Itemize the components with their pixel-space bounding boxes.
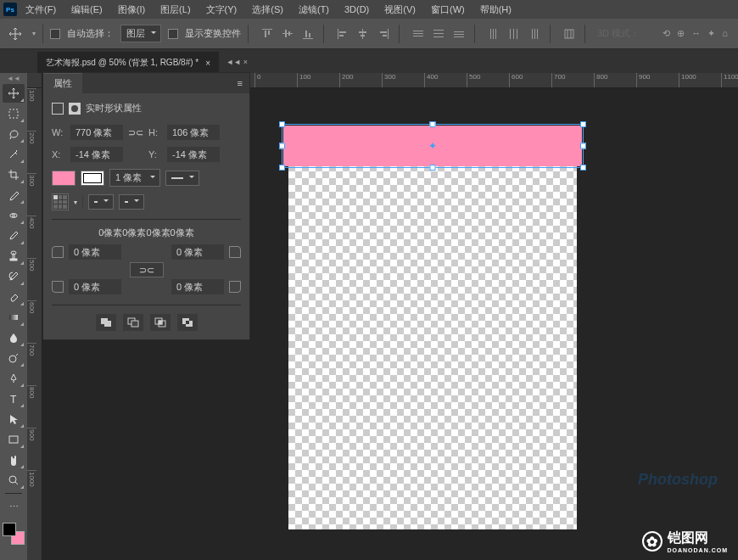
handle-top-mid[interactable] (430, 121, 436, 127)
fill-color-swatch[interactable] (52, 171, 75, 186)
dist-h3-icon[interactable] (450, 25, 467, 42)
pathop-exclude-icon[interactable] (177, 314, 198, 331)
stroke-align-dropdown[interactable] (52, 193, 69, 210)
svg-rect-22 (433, 33, 444, 34)
pathop-intersect-icon[interactable] (150, 314, 171, 331)
handle-mid-left[interactable] (279, 143, 285, 149)
svg-rect-44 (9, 436, 18, 443)
stamp-tool[interactable] (3, 247, 25, 266)
handle-top-right[interactable] (580, 121, 586, 127)
corner-bl-input[interactable] (69, 279, 121, 294)
artboard[interactable]: ✦ (288, 131, 577, 529)
join-type-dropdown[interactable] (119, 194, 144, 210)
menu-window[interactable]: 窗口(W) (424, 2, 472, 18)
pen-tool[interactable] (3, 369, 25, 388)
close-tab-icon[interactable]: × (205, 59, 210, 68)
auto-select-target[interactable]: 图层 (120, 25, 161, 42)
crop-tool[interactable] (3, 165, 25, 184)
marquee-tool[interactable] (3, 104, 25, 123)
zoom-tool[interactable] (3, 471, 25, 490)
dist-v2-icon[interactable] (506, 25, 523, 42)
y-input[interactable] (167, 147, 220, 162)
stroke-style-dropdown[interactable] (165, 171, 199, 186)
handle-bot-left[interactable] (279, 165, 285, 171)
corner-tr-input[interactable] (171, 244, 224, 260)
menu-filter[interactable]: 滤镜(T) (292, 2, 336, 18)
fg-color-swatch[interactable] (3, 523, 16, 536)
dist-v3-icon[interactable] (526, 25, 543, 42)
cap-type-dropdown[interactable] (88, 194, 114, 210)
height-input[interactable] (167, 125, 220, 140)
menu-type[interactable]: 文字(Y) (199, 2, 244, 18)
document-tab[interactable]: 艺术海报.psd @ 50% (背景 1, RGB/8#) * × (37, 52, 219, 73)
dist-v1-icon[interactable] (485, 25, 502, 42)
dist-h1-icon[interactable] (410, 25, 427, 42)
pan-3d-icon[interactable]: ⊕ (677, 28, 685, 39)
properties-tab[interactable]: 属性 (43, 73, 82, 93)
panel-collapse-button[interactable]: ◄◄ × (226, 58, 248, 66)
roll-icon[interactable]: ⌂ (722, 28, 728, 39)
menu-layer[interactable]: 图层(L) (154, 2, 197, 18)
dodge-tool[interactable] (3, 349, 25, 367)
menu-3d[interactable]: 3D(D) (338, 3, 376, 16)
y-label: Y: (148, 149, 162, 160)
shape-tool[interactable] (3, 430, 25, 449)
eraser-tool[interactable] (3, 288, 25, 306)
type-tool[interactable]: T (3, 389, 25, 408)
pathop-combine-icon[interactable] (96, 314, 116, 331)
healing-tool[interactable] (3, 206, 25, 225)
panel-menu-icon[interactable]: ≡ (231, 78, 249, 88)
auto-select-checkbox[interactable] (50, 29, 60, 39)
corner-tl-input[interactable] (69, 244, 121, 260)
transform-bounding-box[interactable]: ✦ (282, 124, 584, 168)
stroke-width-input[interactable]: 1 像素 (109, 169, 160, 187)
menu-file[interactable]: 文件(F) (19, 2, 63, 18)
align-vcenter-icon[interactable] (279, 25, 296, 42)
x-input[interactable] (70, 147, 123, 162)
eyedropper-tool[interactable] (3, 186, 25, 204)
menu-edit[interactable]: 编辑(E) (64, 2, 109, 18)
orbit-icon[interactable]: ⟲ (663, 28, 670, 39)
blur-tool[interactable] (3, 328, 25, 347)
svg-rect-14 (361, 35, 365, 36)
menu-select[interactable]: 选择(S) (245, 2, 290, 18)
ruler-vertical[interactable]: 1002003004005006007008009001000 (27, 88, 42, 560)
align-left-icon[interactable] (334, 25, 351, 42)
magic-wand-tool[interactable] (3, 145, 25, 164)
stroke-color-swatch[interactable] (81, 171, 104, 186)
handle-bot-right[interactable] (580, 165, 586, 171)
pathop-subtract-icon[interactable] (123, 314, 143, 331)
transform-center-icon[interactable]: ✦ (428, 140, 437, 152)
align-right-icon[interactable] (375, 25, 392, 42)
svg-rect-11 (339, 35, 344, 36)
handle-bot-mid[interactable] (430, 165, 436, 171)
wh-link-icon[interactable]: ⊃⊂ (128, 127, 143, 138)
color-swatches[interactable] (3, 523, 25, 545)
move-tool[interactable] (3, 84, 25, 103)
edit-toolbar[interactable]: ⋯ (3, 497, 25, 516)
slide-icon[interactable]: ↔ (691, 28, 701, 39)
menu-view[interactable]: 视图(V) (377, 2, 422, 18)
hand-tool[interactable] (3, 451, 25, 469)
menu-help[interactable]: 帮助(H) (473, 2, 518, 18)
history-brush-tool[interactable] (3, 267, 25, 286)
svg-rect-4 (285, 30, 287, 37)
handle-mid-right[interactable] (580, 143, 586, 149)
align-top-icon[interactable] (259, 25, 276, 42)
menu-image[interactable]: 图像(I) (111, 2, 152, 18)
path-select-tool[interactable] (3, 410, 25, 428)
ruler-origin[interactable] (27, 73, 42, 88)
corner-link-icon[interactable]: ⊃⊂ (130, 262, 164, 277)
align-hcenter-icon[interactable] (355, 25, 372, 42)
brush-tool[interactable] (3, 227, 25, 245)
lasso-tool[interactable] (3, 125, 25, 143)
corner-br-input[interactable] (171, 279, 224, 294)
handle-top-left[interactable] (279, 121, 285, 127)
align-bottom-icon[interactable] (299, 25, 316, 42)
auto-align-icon[interactable] (561, 25, 578, 42)
gradient-tool[interactable] (3, 308, 25, 327)
scale-3d-icon[interactable]: ✦ (707, 28, 715, 39)
show-transform-checkbox[interactable] (168, 29, 178, 39)
width-input[interactable] (70, 125, 123, 140)
dist-h2-icon[interactable] (430, 25, 447, 42)
